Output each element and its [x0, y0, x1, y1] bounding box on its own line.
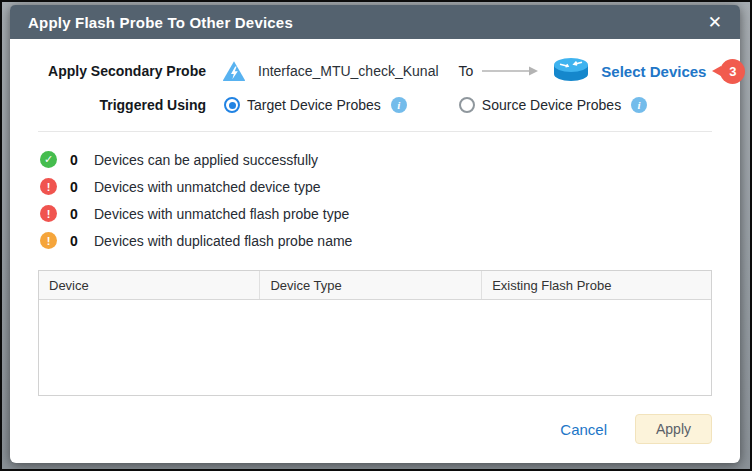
trigger-row: Triggered Using Target Device Probes i S…	[38, 91, 712, 119]
router-icon	[551, 56, 591, 86]
status-count: 0	[70, 152, 82, 168]
section-divider	[38, 131, 712, 132]
apply-flash-probe-dialog: Apply Flash Probe To Other Devices ✕ App…	[10, 5, 740, 463]
cancel-button[interactable]: Cancel	[560, 421, 607, 438]
info-icon[interactable]: i	[391, 97, 407, 113]
screen-background: Apply Flash Probe To Other Devices ✕ App…	[0, 0, 752, 471]
dialog-header: Apply Flash Probe To Other Devices ✕	[10, 5, 740, 39]
devices-table: Device Device Type Existing Flash Probe	[38, 270, 712, 396]
apply-button[interactable]: Apply	[635, 414, 712, 444]
devices-table-body	[39, 300, 711, 396]
probe-row: Apply Secondary Probe Interface_MTU_chec…	[38, 55, 712, 87]
dialog-body: Apply Secondary Probe Interface_MTU_chec…	[10, 55, 740, 444]
status-count: 0	[70, 206, 82, 222]
status-row-unmatched-device-type: ! 0 Devices with unmatched device type	[38, 173, 712, 200]
radio-source-label[interactable]: Source Device Probes	[482, 97, 621, 113]
devices-table-header: Device Device Type Existing Flash Probe	[39, 271, 711, 300]
error-circle-icon: !	[40, 205, 57, 222]
step-badge: 3	[720, 59, 745, 84]
radio-unselected-icon[interactable]	[459, 97, 475, 113]
triggered-using-label: Triggered Using	[38, 97, 206, 113]
status-text: Devices with unmatched flash probe type	[94, 206, 349, 222]
dialog-title: Apply Flash Probe To Other Devices	[28, 14, 293, 31]
error-circle-icon: !	[40, 178, 57, 195]
status-count: 0	[70, 233, 82, 249]
status-row-duplicated-flash-probe-name: ! 0 Devices with duplicated flash probe …	[38, 227, 712, 254]
radio-target-device-probes[interactable]: Target Device Probes i	[224, 97, 407, 113]
status-text: Devices with unmatched device type	[94, 179, 320, 195]
flash-probe-icon	[222, 60, 246, 82]
info-icon[interactable]: i	[631, 97, 647, 113]
status-count: 0	[70, 179, 82, 195]
source-probe-name: Interface_MTU_check_Kunal	[258, 63, 439, 79]
column-header-device-type[interactable]: Device Type	[259, 271, 481, 299]
column-header-existing-flash-probe[interactable]: Existing Flash Probe	[481, 271, 711, 299]
close-icon[interactable]: ✕	[708, 14, 722, 31]
radio-source-device-probes[interactable]: Source Device Probes i	[459, 97, 647, 113]
radio-target-label[interactable]: Target Device Probes	[247, 97, 381, 113]
status-summary-list: ✓ 0 Devices can be applied successfully …	[38, 146, 712, 254]
to-label: To	[459, 63, 474, 79]
status-row-unmatched-flash-probe-type: ! 0 Devices with unmatched flash probe t…	[38, 200, 712, 227]
apply-secondary-probe-label: Apply Secondary Probe	[38, 63, 206, 79]
status-text: Devices with duplicated flash probe name	[94, 233, 352, 249]
arrow-right-icon	[481, 65, 539, 77]
select-devices-link[interactable]: Select Devices	[601, 63, 706, 80]
radio-selected-icon[interactable]	[224, 97, 240, 113]
status-text: Devices can be applied successfully	[94, 152, 318, 168]
column-header-device[interactable]: Device	[39, 271, 259, 299]
status-row-success: ✓ 0 Devices can be applied successfully	[38, 146, 712, 173]
check-circle-icon: ✓	[40, 151, 57, 168]
warning-circle-icon: !	[40, 232, 57, 249]
dialog-footer: Cancel Apply	[38, 414, 712, 444]
